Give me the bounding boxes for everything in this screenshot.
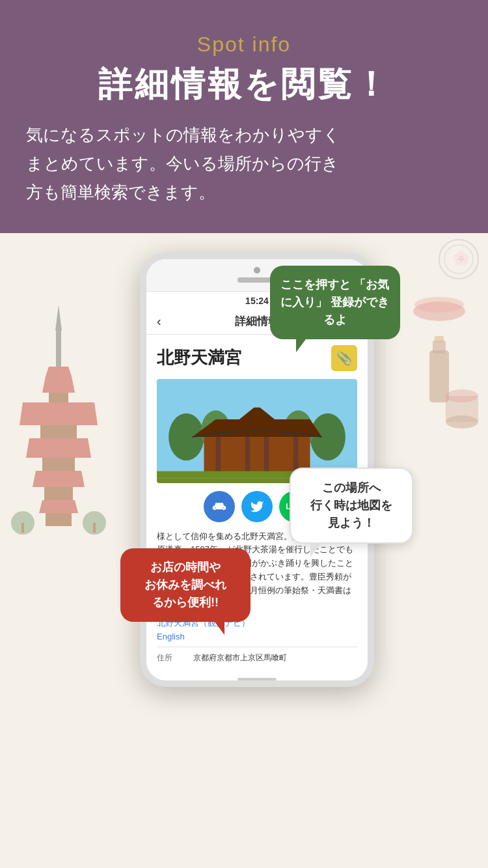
svg-marker-11 bbox=[55, 305, 62, 331]
svg-rect-40 bbox=[264, 437, 269, 472]
top-section: Spot info 詳細情報を閲覧！ 気になるスポットの情報をわかりやすくまとめ… bbox=[0, 0, 488, 233]
bookmark-icon: 📎 bbox=[336, 350, 353, 366]
lower-section: 🌸 ここを押すと 「お気に入り」 登録ができるよ 15:24 ‹ 詳細情 bbox=[0, 233, 488, 819]
address-row: 住所 京都府京都市上京区馬喰町 bbox=[157, 647, 357, 664]
svg-marker-5 bbox=[26, 438, 91, 458]
phone-camera bbox=[254, 267, 260, 273]
spot-name: 北野天満宮 bbox=[157, 346, 241, 369]
svg-text:🌸: 🌸 bbox=[452, 249, 470, 267]
back-button[interactable]: ‹ bbox=[157, 314, 161, 329]
address-label: 住所 bbox=[157, 652, 183, 664]
svg-rect-2 bbox=[44, 487, 73, 500]
spot-name-row: 北野天満宮 📎 bbox=[157, 345, 357, 371]
svg-marker-9 bbox=[42, 376, 75, 393]
pagoda-illustration bbox=[7, 266, 111, 539]
svg-rect-16 bbox=[93, 523, 96, 533]
svg-marker-12 bbox=[46, 367, 72, 376]
phone-wrapper: ここを押すと 「お気に入り」 登録ができるよ 15:24 ‹ 詳細情報 bbox=[140, 253, 387, 688]
description: 気になるスポットの情報をわかりやすくまとめています。今いる場所からの行き方も簡単… bbox=[26, 120, 462, 207]
svg-point-21 bbox=[414, 297, 464, 313]
svg-marker-7 bbox=[20, 402, 98, 425]
svg-rect-19 bbox=[435, 336, 444, 343]
share-car-button[interactable] bbox=[204, 491, 235, 522]
share-twitter-button[interactable] bbox=[241, 491, 273, 522]
svg-rect-4 bbox=[42, 458, 75, 471]
twitter-icon bbox=[250, 499, 264, 514]
main-title: 詳細情報を閲覧！ bbox=[26, 62, 462, 107]
bubble-white-text: この場所へ行く時は地図を見よう！ bbox=[310, 481, 392, 529]
svg-marker-1 bbox=[39, 500, 78, 513]
svg-point-27 bbox=[446, 389, 478, 402]
svg-rect-6 bbox=[40, 425, 77, 438]
svg-rect-8 bbox=[49, 393, 68, 402]
svg-rect-15 bbox=[21, 523, 24, 533]
scroll-indicator bbox=[237, 678, 277, 680]
bookmark-button[interactable]: 📎 bbox=[331, 345, 357, 371]
svg-rect-41 bbox=[293, 437, 298, 472]
svg-rect-17 bbox=[429, 350, 449, 402]
svg-point-29 bbox=[169, 413, 204, 460]
svg-rect-38 bbox=[216, 437, 221, 472]
food-illustration: 🌸 bbox=[394, 233, 485, 441]
car-icon bbox=[211, 499, 227, 514]
spot-link-english[interactable]: English bbox=[157, 632, 357, 641]
bubble-white: この場所へ行く時は地図を見よう！ bbox=[290, 468, 413, 544]
bubble-green: ここを押すと 「お気に入り」 登録ができるよ bbox=[270, 266, 400, 339]
address-value: 京都府京都市上京区馬喰町 bbox=[193, 652, 287, 664]
svg-marker-3 bbox=[33, 471, 85, 487]
svg-point-30 bbox=[310, 413, 346, 460]
spot-info-label: Spot info bbox=[26, 33, 462, 57]
bubble-red: お店の時間やお休みを調べれるから便利!! bbox=[120, 548, 251, 622]
bubble-red-text: お店の時間やお休みを調べれるから便利!! bbox=[144, 561, 226, 609]
svg-rect-0 bbox=[46, 513, 72, 526]
svg-rect-39 bbox=[245, 437, 250, 472]
